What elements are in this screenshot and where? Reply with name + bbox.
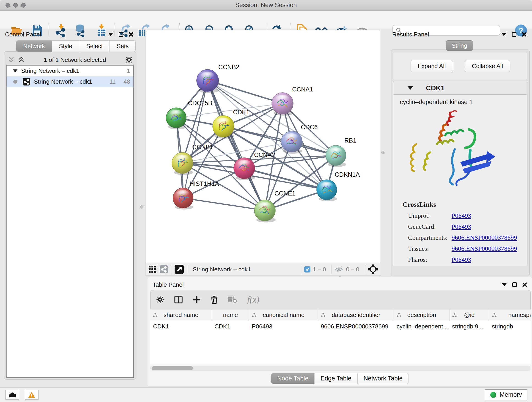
table-cell[interactable]: P06493 xyxy=(249,321,318,332)
horizontal-scrollbar-thumb[interactable] xyxy=(152,366,193,370)
table-row[interactable]: CDK1CDK1P064939606.ENSP00000378699cyclin… xyxy=(150,321,531,332)
table-cell[interactable]: 9606.ENSP00000378699 xyxy=(318,321,394,332)
table-cell[interactable]: CDK1 xyxy=(212,321,249,332)
crosslink-link[interactable]: P06493 xyxy=(452,256,471,263)
network-node-CCNB1[interactable] xyxy=(172,153,193,175)
show-columns-icon[interactable] xyxy=(174,296,183,303)
collapse-panel-icon[interactable] xyxy=(108,33,113,36)
column-header-namespace[interactable]: namespace xyxy=(489,309,531,321)
network-edge[interactable] xyxy=(223,126,336,155)
tab-node-table[interactable]: Node Table xyxy=(271,373,315,384)
network-node-count: 11 xyxy=(109,78,116,85)
clear-table-icon[interactable] xyxy=(228,296,237,303)
close-panel-icon[interactable] xyxy=(522,282,527,287)
selected-nodes-checkbox[interactable] xyxy=(304,266,310,273)
open-in-new-window-icon[interactable] xyxy=(175,265,184,274)
network-node-CCNA1[interactable] xyxy=(272,93,293,116)
warning-button[interactable] xyxy=(25,390,38,400)
collapse-all-button[interactable]: Collapse All xyxy=(465,60,510,72)
network-view-canvas[interactable]: CCNB2CCNA1CDC25BCDK1CDC6RB1CCNB1CCNA2CDK… xyxy=(145,30,381,263)
protein-card-header[interactable]: CDK1 xyxy=(393,81,527,95)
tab-network-table[interactable]: Network Table xyxy=(358,373,409,384)
float-panel-icon[interactable] xyxy=(512,32,516,37)
left-splitter-handle[interactable] xyxy=(140,205,143,209)
network-node-CCNB2[interactable] xyxy=(196,70,219,93)
results-panel-title: Results Panel xyxy=(392,31,429,38)
expand-all-button[interactable]: Expand All xyxy=(411,60,453,72)
horizontal-scrollbar-track[interactable] xyxy=(150,366,531,371)
column-header-canonical-name[interactable]: canonical name xyxy=(249,309,318,321)
network-node-label: CDK1 xyxy=(233,109,249,116)
column-header-name[interactable]: name xyxy=(212,309,249,321)
function-builder-icon[interactable]: f(x) xyxy=(247,294,259,305)
crosslink-link[interactable]: P06493 xyxy=(452,212,471,219)
network-edge[interactable] xyxy=(208,80,265,211)
tab-network[interactable]: Network xyxy=(16,40,52,52)
tab-sets[interactable]: Sets xyxy=(110,40,136,52)
column-header-shared-name[interactable]: shared name xyxy=(150,309,212,321)
network-edge-count: 48 xyxy=(123,78,130,85)
right-splitter-handle[interactable] xyxy=(381,151,385,154)
node-table[interactable]: shared namenamecanonical namedatabase id… xyxy=(150,309,531,364)
table-cell[interactable]: stringdb:9... xyxy=(449,321,489,332)
hidden-elements-eye-icon[interactable] xyxy=(335,266,344,273)
cloud-button[interactable] xyxy=(6,390,19,400)
table-cell[interactable]: CDK1 xyxy=(150,321,212,332)
column-header--id[interactable]: @id xyxy=(449,309,489,321)
results-buttons-box: Expand All Collapse All xyxy=(393,53,527,79)
manual-layout-crosshair-icon[interactable] xyxy=(368,264,378,274)
window-title: Session: New Session xyxy=(0,2,532,9)
crosslink-link[interactable]: 9606.ENSP00000378699 xyxy=(452,234,517,241)
network-node-label: HIST1H1A xyxy=(190,180,219,187)
crosslinks-list: Uniprot:P06493GeneCard:P06493Compartment… xyxy=(393,212,527,263)
crosslink-label: Compartments: xyxy=(408,234,452,241)
collapse-entry-icon[interactable] xyxy=(408,86,413,89)
network-collection-label: String Network – cdk1 xyxy=(21,67,79,75)
collapse-panel-icon[interactable] xyxy=(501,33,506,36)
table-cell[interactable]: stringdb xyxy=(489,321,531,332)
network-edge[interactable] xyxy=(183,198,265,211)
tab-select[interactable]: Select xyxy=(79,40,110,52)
crosslink-row: Uniprot:P06493 xyxy=(408,212,527,219)
expand-all-icon[interactable] xyxy=(18,56,25,63)
float-panel-icon[interactable] xyxy=(119,32,123,37)
column-header-database-identifier[interactable]: database identifier xyxy=(318,309,394,321)
network-node-label: CCNA2 xyxy=(254,152,275,158)
network-row[interactable]: String Network – cdk1 11 48 xyxy=(7,76,133,87)
column-header-description[interactable]: description xyxy=(394,309,449,321)
network-node-CCNE1[interactable] xyxy=(254,200,276,222)
gear-icon[interactable] xyxy=(125,56,133,64)
table-toolbar: f(x) xyxy=(150,290,531,309)
collapse-all-icon[interactable] xyxy=(8,56,15,63)
network-node-CDKN1A[interactable] xyxy=(317,180,337,201)
network-edge[interactable] xyxy=(208,80,283,103)
warning-icon xyxy=(28,392,35,398)
crosslink-link[interactable]: P06493 xyxy=(452,223,471,230)
memory-button[interactable]: Memory xyxy=(485,389,527,400)
float-panel-icon[interactable] xyxy=(512,282,517,287)
tab-edge-table[interactable]: Edge Table xyxy=(315,373,358,384)
network-node-HIST1H1A[interactable] xyxy=(173,188,193,210)
close-panel-icon[interactable] xyxy=(129,32,133,37)
network-node-CDC6[interactable] xyxy=(281,131,302,153)
network-node-CDC25B[interactable] xyxy=(166,108,186,129)
table-settings-gear-icon[interactable] xyxy=(156,295,164,304)
tab-string[interactable]: String xyxy=(446,40,473,51)
network-collection-row[interactable]: String Network – cdk1 1 xyxy=(7,65,133,76)
tab-style[interactable]: Style xyxy=(52,40,79,52)
network-node-CDK1[interactable] xyxy=(213,115,234,139)
collapse-panel-icon[interactable] xyxy=(502,283,507,286)
birds-eye-view-icon[interactable] xyxy=(148,265,157,274)
network-graph[interactable]: CCNB2CCNA1CDC25BCDK1CDC6RB1CCNB1CCNA2CDK… xyxy=(146,30,380,263)
tree-expander-icon[interactable] xyxy=(13,70,17,72)
network-node-CCNA2[interactable] xyxy=(234,158,255,180)
table-cell[interactable]: cyclin–dependent ... xyxy=(394,321,449,332)
crosslink-link[interactable]: 9606.ENSP00000378699 xyxy=(452,245,517,252)
crosslink-label: Tissues: xyxy=(408,245,452,252)
main-toolbar: ? xyxy=(0,11,532,29)
create-column-icon[interactable] xyxy=(193,296,201,303)
network-node-RB1[interactable] xyxy=(326,145,346,167)
close-panel-icon[interactable] xyxy=(522,32,526,37)
delete-columns-icon[interactable] xyxy=(210,295,218,304)
share-network-icon[interactable] xyxy=(160,265,168,274)
